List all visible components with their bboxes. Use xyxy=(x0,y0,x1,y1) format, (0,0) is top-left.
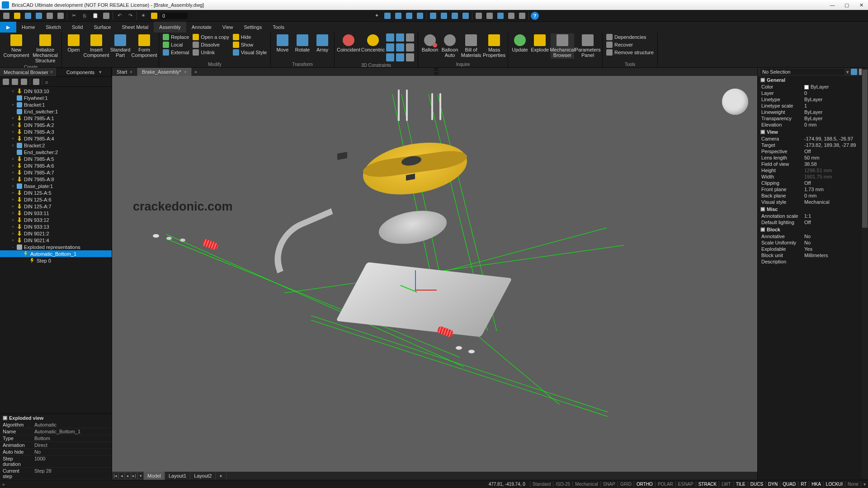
prop-value[interactable]: ByLayer xyxy=(803,96,865,103)
status-lwt[interactable]: LWT xyxy=(719,481,733,487)
tree-item[interactable]: +DIN 9021:2 xyxy=(0,230,112,237)
layout-next-button[interactable]: ▸ xyxy=(125,472,131,479)
add-tab-button[interactable]: + xyxy=(192,69,200,75)
prop-value[interactable]: 0 xyxy=(803,90,865,96)
menu-assembly[interactable]: Assembly xyxy=(154,22,186,33)
status-rt[interactable]: RT xyxy=(798,481,809,487)
menu-sketch[interactable]: Sketch xyxy=(40,22,66,33)
balloon-auto-button[interactable]: Balloon Auto xyxy=(441,33,459,59)
menu-solid[interactable]: Solid xyxy=(66,22,88,33)
dissolve-button[interactable]: Dissolve xyxy=(192,41,230,48)
settings-icon[interactable] xyxy=(33,79,39,85)
show-button[interactable]: Show xyxy=(232,41,268,48)
status-ortho[interactable]: ORTHO xyxy=(634,481,655,487)
prop-value[interactable]: ByLayer xyxy=(803,109,865,115)
tree-item[interactable]: +DIN 9021:4 xyxy=(0,237,112,244)
move-button[interactable]: Move xyxy=(274,33,292,53)
rotate-button[interactable]: Rotate xyxy=(293,33,311,53)
tree-item[interactable]: +DIN 7985-A:5 xyxy=(0,155,112,162)
section-header[interactable]: ▣Block xyxy=(758,225,868,233)
tree-item[interactable]: -Exploded representations xyxy=(0,244,112,250)
prop-value[interactable]: ByLayer xyxy=(803,115,865,122)
status-tile[interactable]: TILE xyxy=(733,481,748,487)
status-quad[interactable]: QUAD xyxy=(780,481,798,487)
qat-layer-icon[interactable] xyxy=(150,11,159,20)
status-snap[interactable]: SNAP xyxy=(600,481,618,487)
constraint-icon[interactable] xyxy=(386,33,394,42)
prop-value[interactable]: -174.99, 188.5, -26.97 xyxy=(803,136,865,142)
prop-value[interactable]: 1:1 xyxy=(803,213,865,219)
qat-print-icon[interactable] xyxy=(45,11,54,20)
visual-style-button[interactable]: Visual Style xyxy=(232,49,268,56)
viewport[interactable]: Start× Brake_Assembly*× + ⋯ xyxy=(112,68,757,480)
prop-value[interactable]: 0 mm xyxy=(803,192,865,199)
qat-tool3-icon[interactable] xyxy=(405,11,414,20)
menu-annotate[interactable]: Annotate xyxy=(186,22,217,33)
tree-item[interactable]: +Base_plate:1 xyxy=(0,183,112,189)
mass-props-button[interactable]: Mass Properties xyxy=(483,33,505,59)
qat-undo-icon[interactable]: ↶ xyxy=(115,11,124,20)
qat-cut-icon[interactable]: ✂ xyxy=(69,11,78,20)
selection-dropdown[interactable]: No Selection xyxy=(760,69,844,75)
tab-mech-browser[interactable]: Mechanical Browser× xyxy=(0,68,57,76)
drag-handle-icon[interactable]: ⋯ xyxy=(434,68,438,75)
tree-item[interactable]: +DIN 125-A:5 xyxy=(0,189,112,196)
constraint-icon[interactable] xyxy=(396,53,404,61)
qat-tool13-icon[interactable] xyxy=(518,11,527,20)
constraint-icon[interactable] xyxy=(406,43,414,52)
prop-value[interactable]: 1 xyxy=(803,103,865,109)
3d-scene[interactable] xyxy=(112,76,757,472)
close-button[interactable]: ✕ xyxy=(854,0,868,9)
prop-value[interactable]: Millimeters xyxy=(803,252,865,258)
prop-value[interactable]: ByLayer xyxy=(803,84,865,90)
tree-item[interactable]: +DIN 7985-A:1 xyxy=(0,115,112,122)
status-esnap[interactable]: ESNAP xyxy=(675,481,696,487)
tree-item[interactable]: -Automatic_Bottom_1 xyxy=(0,250,112,257)
search-icon[interactable]: ⌕ xyxy=(45,79,48,84)
mech-browser-button[interactable]: Mechanical Browser xyxy=(551,33,574,59)
layout-first-button[interactable]: |◂ xyxy=(112,472,118,479)
prop-value[interactable]: 1000 xyxy=(32,455,112,468)
prop-value[interactable]: No xyxy=(32,449,112,455)
add-layout-button[interactable]: + xyxy=(216,472,226,480)
insert-component-button[interactable]: Insert Component xyxy=(85,33,108,59)
close-icon[interactable]: × xyxy=(50,70,53,75)
dependencies-button[interactable]: Dependencies xyxy=(605,33,655,41)
prop-value[interactable]: Off xyxy=(803,180,865,186)
constraint-icon[interactable] xyxy=(396,33,404,42)
prop-value[interactable]: No xyxy=(803,239,865,246)
tree-item[interactable]: +Bracket:2 xyxy=(0,142,112,149)
prop-value[interactable]: 0 mm xyxy=(803,122,865,128)
tool-icon[interactable] xyxy=(12,79,18,85)
menu-tools[interactable]: Tools xyxy=(267,22,290,33)
filter-icon[interactable] xyxy=(851,69,857,75)
status-standard[interactable]: Standard xyxy=(530,481,553,487)
tree-item[interactable]: +DIN 933:12 xyxy=(0,216,112,223)
menu-sheet-metal[interactable]: Sheet Metal xyxy=(116,22,154,33)
prop-value[interactable]: Bottom xyxy=(32,435,112,442)
tool-icon[interactable] xyxy=(3,79,9,85)
tree-item[interactable]: +DIN 933:13 xyxy=(0,223,112,230)
external-button[interactable]: External xyxy=(162,49,190,56)
prop-value[interactable]: 1.73 mm xyxy=(803,186,865,192)
qat-tool11-icon[interactable] xyxy=(496,11,505,20)
minimize-button[interactable]: — xyxy=(826,0,839,9)
qat-preview-icon[interactable] xyxy=(56,11,65,20)
tree-item[interactable]: +DIN 7985-A:7 xyxy=(0,169,112,176)
tab-components[interactable]: Components▾ xyxy=(57,68,112,76)
prop-value[interactable]: Direct xyxy=(32,442,112,449)
prop-value[interactable]: Step 28 xyxy=(32,468,112,480)
layout-dropdown-button[interactable]: ▾ xyxy=(137,472,144,479)
constraint-icon[interactable] xyxy=(386,53,394,61)
status-mechanical[interactable]: Mechanical xyxy=(572,481,600,487)
qat-magic-icon[interactable]: ✦ xyxy=(372,11,381,20)
qat-saveall-icon[interactable] xyxy=(34,11,43,20)
close-icon[interactable]: × xyxy=(130,70,132,75)
concentric-button[interactable]: Concentric xyxy=(362,33,384,53)
status-dyn[interactable]: DYN xyxy=(765,481,780,487)
close-icon[interactable]: × xyxy=(184,70,187,75)
prop-value[interactable]: 50 mm xyxy=(803,155,865,161)
menu-surface[interactable]: Surface xyxy=(88,22,116,33)
tree-item[interactable]: +Bracket:1 xyxy=(0,101,112,108)
qat-tool5-icon[interactable] xyxy=(429,11,438,20)
